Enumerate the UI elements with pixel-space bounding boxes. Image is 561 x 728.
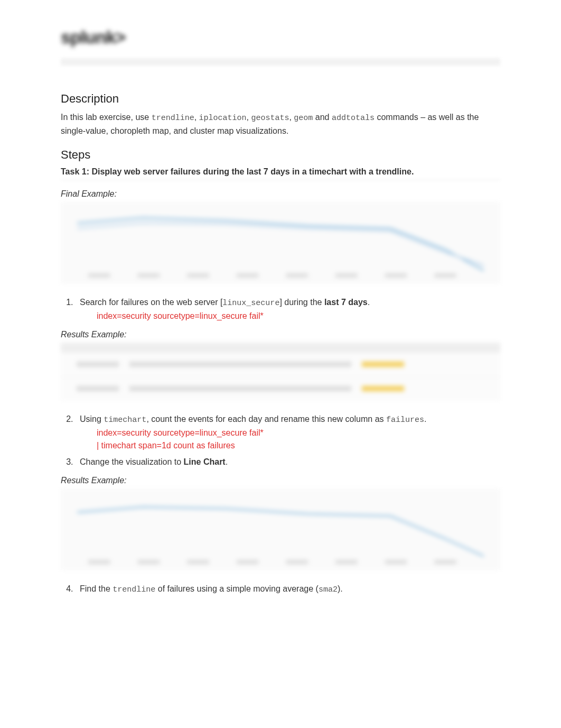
svg-rect-14 bbox=[286, 560, 308, 564]
cmd-trendline: trendline bbox=[152, 114, 194, 123]
svg-rect-5 bbox=[286, 273, 308, 278]
svg-rect-9 bbox=[61, 489, 500, 570]
step-4: Find the trendline of failures using a s… bbox=[76, 582, 500, 596]
cmd-addtotals: addtotals bbox=[332, 114, 375, 123]
step-3-pre: Change the visualization to bbox=[80, 457, 184, 466]
results-example-chart bbox=[61, 489, 500, 570]
step-1-mid: ] during the bbox=[279, 298, 324, 307]
step-2: Using timechart, count the events for ea… bbox=[76, 412, 500, 452]
step-1-code: linux_secure bbox=[222, 299, 279, 308]
results-example-label-2: Results Example: bbox=[61, 476, 500, 485]
svg-rect-17 bbox=[434, 560, 456, 564]
final-example-label: Final Example: bbox=[61, 189, 500, 199]
step-2-mid: , count the events for each day and rena… bbox=[146, 414, 386, 423]
steps-heading: Steps bbox=[61, 148, 500, 162]
step-4-pre: Find the bbox=[80, 584, 113, 593]
cmd-geom: geom bbox=[294, 114, 313, 123]
step-2-code-1: timechart bbox=[104, 416, 146, 425]
svg-rect-16 bbox=[385, 560, 407, 564]
brand-logo-text: splunk> bbox=[61, 27, 125, 48]
step-3: Change the visualization to Line Chart. bbox=[76, 455, 500, 469]
desc-and: and bbox=[313, 113, 332, 122]
step-4-mid: of failures using a simple moving averag… bbox=[155, 584, 319, 593]
description-heading: Description bbox=[61, 92, 500, 106]
svg-rect-13 bbox=[237, 560, 259, 564]
svg-rect-3 bbox=[187, 273, 209, 278]
step-1-query: index=security sourcetype=linux_secure f… bbox=[97, 310, 500, 322]
svg-rect-8 bbox=[434, 273, 456, 278]
step-1: Search for failures on the web server [l… bbox=[76, 296, 500, 322]
task-separator bbox=[61, 179, 500, 181]
step-1-post: . bbox=[368, 298, 370, 307]
step-2-query-l2: | timechart span=1d count as failures bbox=[97, 439, 500, 452]
step-2-post: . bbox=[424, 414, 426, 423]
cmd-geostats: geostats bbox=[251, 114, 289, 123]
description-paragraph: In this lab exercise, use trendline, ipl… bbox=[61, 111, 500, 137]
step-1-pre: Search for failures on the web server [ bbox=[80, 298, 222, 307]
results-example-table bbox=[61, 343, 500, 401]
svg-rect-2 bbox=[138, 273, 160, 278]
cmd-iplocation: iplocation bbox=[199, 114, 247, 123]
step-2-query-l1: index=security sourcetype=linux_secure f… bbox=[97, 427, 500, 439]
step-2-code-2: failures bbox=[386, 416, 424, 425]
svg-rect-1 bbox=[88, 273, 110, 278]
step-4-code-1: trendline bbox=[113, 585, 155, 594]
svg-rect-10 bbox=[88, 560, 110, 564]
desc-text-pre: In this lab exercise, use bbox=[61, 113, 152, 122]
svg-rect-7 bbox=[385, 273, 407, 278]
step-1-bold: last 7 days bbox=[324, 298, 368, 307]
brand-logo: splunk> bbox=[61, 26, 500, 48]
step-2-pre: Using bbox=[80, 414, 104, 423]
svg-rect-4 bbox=[237, 273, 259, 278]
results-example-label-1: Results Example: bbox=[61, 330, 500, 339]
step-4-code-2: sma2 bbox=[319, 585, 338, 594]
svg-rect-15 bbox=[335, 560, 358, 564]
desc-sep-1: , bbox=[194, 113, 199, 122]
svg-rect-0 bbox=[61, 202, 500, 284]
header-divider bbox=[61, 58, 500, 66]
step-3-post: . bbox=[226, 457, 228, 466]
step-3-bold: Line Chart bbox=[184, 457, 226, 466]
svg-rect-11 bbox=[138, 560, 160, 564]
svg-rect-12 bbox=[187, 560, 209, 564]
svg-rect-6 bbox=[335, 273, 358, 278]
step-4-post: ). bbox=[338, 584, 343, 593]
task-1-title: Task 1: Display web server failures duri… bbox=[61, 167, 500, 177]
final-example-chart bbox=[61, 202, 500, 284]
